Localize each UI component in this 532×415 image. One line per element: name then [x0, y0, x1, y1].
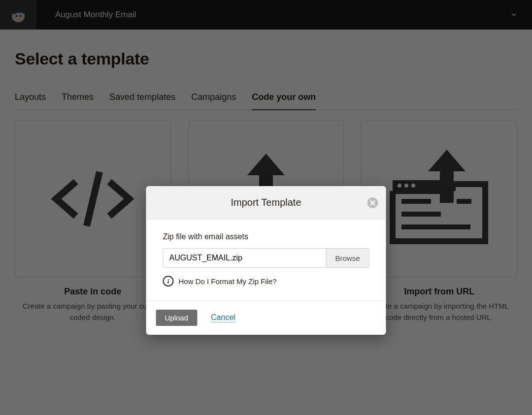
help-link-text: How Do I Format My Zip File? [179, 277, 277, 286]
info-icon: i [163, 276, 174, 287]
import-template-modal: Import Template Zip file with email asse… [146, 186, 386, 335]
browse-button[interactable]: Browse [326, 249, 368, 267]
close-icon [367, 197, 378, 208]
zip-filename-input[interactable] [164, 249, 326, 267]
modal-title: Import Template [156, 197, 376, 208]
cancel-link[interactable]: Cancel [211, 313, 235, 322]
zip-file-label: Zip file with email assets [163, 232, 369, 241]
modal-body: Zip file with email assets Browse i How … [146, 220, 386, 300]
modal-close-button[interactable] [367, 197, 378, 208]
file-input-row: Browse [163, 248, 369, 268]
modal-header: Import Template [146, 186, 386, 220]
help-row[interactable]: i How Do I Format My Zip File? [163, 276, 369, 287]
upload-button[interactable]: Upload [156, 310, 198, 326]
modal-footer: Upload Cancel [146, 300, 386, 335]
